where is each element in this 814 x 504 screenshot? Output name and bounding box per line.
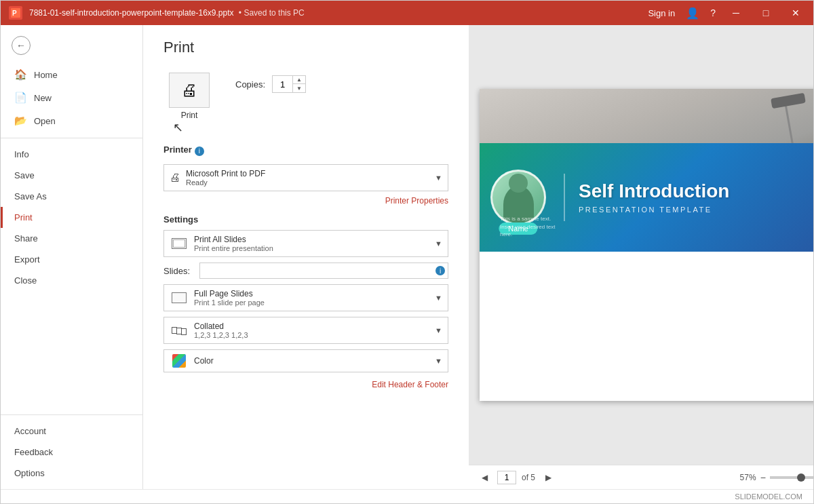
total-pages: of 5	[522, 473, 535, 482]
lamp-shade	[771, 93, 806, 109]
printer-dropdown-arrow: ▼	[435, 174, 442, 182]
settings-section: Settings Print All Slides Print entire p…	[163, 214, 448, 390]
sidebar-item-new[interactable]: 📄 New	[1, 86, 142, 109]
printer-icon: 🖨	[170, 172, 180, 184]
copies-spinner[interactable]: ▲ ▼	[293, 76, 305, 92]
close-button[interactable]: ✕	[786, 3, 805, 22]
slides-info-icon[interactable]: i	[435, 266, 445, 275]
sidebar-item-options[interactable]: Options	[1, 463, 142, 484]
full-page-text: Full Page Slides Print 1 slide per page	[194, 289, 429, 307]
home-icon: 🏠	[14, 69, 27, 81]
collated-dropdown[interactable]: Collated 1,2,3 1,2,3 1,2,3 ▼	[163, 317, 448, 344]
full-page-slides-dropdown[interactable]: Full Page Slides Print 1 slide per page …	[163, 284, 448, 311]
sidebar-item-account[interactable]: Account	[1, 421, 142, 442]
full-page-icon	[170, 291, 189, 305]
copies-down-button[interactable]: ▼	[293, 84, 305, 92]
help-icon[interactable]: ?	[710, 7, 716, 18]
preview-footer: ◀ of 5 ▶ 57% − + ⊙	[469, 465, 813, 489]
copies-value: 1	[273, 76, 293, 92]
print-title: Print	[163, 39, 448, 56]
title-bar-filename: 7881-01-self-introduction-powerpoint-tem…	[29, 8, 648, 18]
copies-area: Copies: 1 ▲ ▼	[235, 70, 306, 93]
sidebar-item-open[interactable]: 📂 Open	[1, 109, 142, 132]
new-icon: 📄	[14, 92, 27, 104]
slides-input-section: Slides: i	[163, 263, 448, 279]
color-arrow: ▼	[435, 357, 442, 365]
app-icon: P	[9, 6, 22, 20]
bottom-bar: SLIDEMODEL.COM	[1, 489, 813, 503]
sidebar-item-share[interactable]: Share	[1, 228, 142, 249]
zoom-thumb	[797, 473, 805, 482]
print-panel: Print 🖨 Print ↖ Copies: 1 ▲ ▼	[143, 25, 469, 489]
full-page-slides-arrow: ▼	[435, 294, 442, 302]
slide-divider	[564, 174, 565, 221]
sidebar-divider-1	[1, 138, 142, 138]
open-icon: 📂	[14, 115, 27, 127]
slides-input-field[interactable]: i	[199, 263, 448, 279]
color-dropdown[interactable]: Color ▼	[163, 349, 448, 372]
slide-bg: Name Self Introduction PRESENTATION TEMP…	[480, 89, 813, 252]
credit-text: SLIDEMODEL.COM	[735, 492, 802, 501]
zoom-label: 57%	[740, 473, 756, 482]
svg-text:P: P	[12, 9, 17, 17]
preview-scroll: ▲ ▼	[469, 25, 813, 465]
title-bar: P 7881-01-self-introduction-powerpoint-t…	[1, 1, 813, 25]
prev-page-button[interactable]: ◀	[477, 470, 492, 485]
zoom-out-button[interactable]: −	[760, 472, 766, 483]
page-number-input[interactable]	[497, 471, 516, 484]
color-icon	[170, 354, 189, 368]
print-all-slides-text: Print All Slides Print entire presentati…	[194, 235, 429, 252]
sidebar-item-save[interactable]: Save	[1, 165, 142, 186]
collated-text: Collated 1,2,3 1,2,3 1,2,3	[194, 322, 429, 339]
back-button[interactable]: ←	[1, 31, 142, 60]
sidebar: ← 🏠 Home 📄 New 📂 Open Info Save	[1, 25, 143, 489]
signin-link[interactable]: Sign in	[648, 8, 675, 18]
printer-dropdown[interactable]: 🖨 Microsoft Print to PDF Ready ▼	[163, 164, 448, 191]
settings-heading: Settings	[163, 214, 448, 225]
person-icon[interactable]: 👤	[686, 7, 699, 20]
back-arrow-icon: ←	[12, 36, 31, 55]
slide-text: Self Introduction PRESENTATION TEMPLATE	[576, 181, 813, 214]
printer-info-icon[interactable]: i	[195, 147, 204, 156]
sidebar-item-close[interactable]: Close	[1, 270, 142, 291]
printer-name: Microsoft Print to PDF	[186, 169, 429, 178]
next-page-button[interactable]: ▶	[541, 470, 556, 485]
printer-heading-row: Printer i	[163, 142, 448, 160]
print-button-label: Print	[181, 111, 198, 120]
print-all-slides-dropdown[interactable]: Print All Slides Print entire presentati…	[163, 230, 448, 257]
sidebar-divider-2	[1, 414, 142, 415]
slide-subtitle: PRESENTATION TEMPLATE	[579, 206, 813, 214]
slides-label: Slides:	[163, 266, 194, 276]
copies-input[interactable]: 1 ▲ ▼	[272, 75, 306, 93]
print-button-area: 🖨 Print ↖ Copies: 1 ▲ ▼	[163, 70, 448, 123]
zoom-slider[interactable]	[770, 476, 813, 479]
printer-status: Ready	[186, 178, 429, 187]
sidebar-item-export[interactable]: Export	[1, 249, 142, 270]
slides-icon	[170, 237, 189, 250]
slide-main-title: Self Introduction	[579, 181, 813, 202]
sidebar-item-print[interactable]: Print	[1, 207, 142, 228]
sidebar-item-save-as[interactable]: Save As	[1, 186, 142, 207]
collated-arrow: ▼	[435, 326, 442, 334]
printer-heading: Printer	[163, 144, 192, 155]
printer-properties-link[interactable]: Printer Properties	[385, 196, 448, 206]
sidebar-item-info[interactable]: Info	[1, 144, 142, 165]
slide-description: This is a sample text. Insert your desir…	[500, 215, 561, 238]
printer-info: Microsoft Print to PDF Ready	[186, 169, 429, 187]
title-bar-actions: Sign in 👤 ? ─ □ ✕	[648, 3, 805, 22]
minimize-button[interactable]: ─	[726, 3, 745, 22]
maximize-button[interactable]: □	[756, 3, 775, 22]
slide-bottom	[480, 252, 813, 401]
copies-label: Copies:	[235, 79, 265, 90]
preview-slide: Name Self Introduction PRESENTATION TEMP…	[480, 89, 813, 401]
edit-header-footer-link[interactable]: Edit Header & Footer	[372, 380, 448, 389]
color-text: Color	[194, 356, 429, 366]
copies-up-button[interactable]: ▲	[293, 76, 305, 84]
slides-input[interactable]	[200, 263, 433, 278]
collated-icon	[170, 324, 189, 337]
sidebar-item-feedback[interactable]: Feedback	[1, 442, 142, 463]
sidebar-item-home[interactable]: 🏠 Home	[1, 63, 142, 86]
preview-area: ▲ ▼	[469, 25, 813, 489]
print-button[interactable]: 🖨 Print	[163, 70, 215, 123]
print-all-slides-arrow: ▼	[435, 239, 442, 248]
